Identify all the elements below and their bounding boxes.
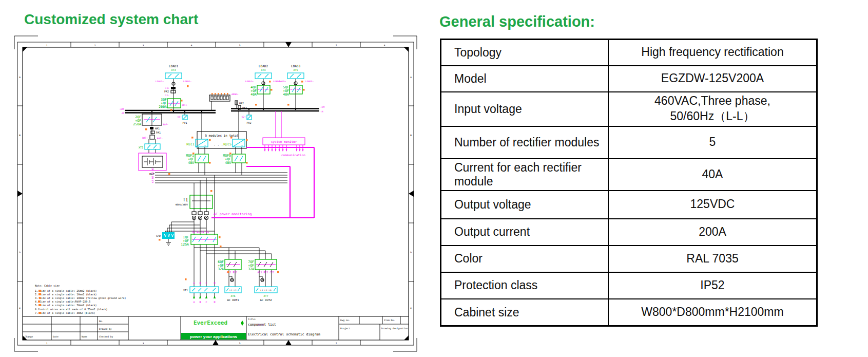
load2-branch: LOAD2 XT4 LOAD2+ LOAD2- 4QF +QF 40A xyxy=(245,64,282,108)
communication-label: communication xyxy=(281,153,305,157)
zone-num: 5 xyxy=(239,44,241,47)
spec-label: Cabinet size xyxy=(441,299,609,326)
xt1-output: A B C N XT1 A B C N xyxy=(183,281,219,304)
table-row: Output current 200A xyxy=(441,219,817,246)
ac-out1-label: AC OUT1 xyxy=(227,298,239,302)
system-monitor-label: system monitor xyxy=(271,140,297,144)
tb-title-label: title: xyxy=(248,318,256,321)
breaker-label: 32A xyxy=(218,267,224,271)
monitor-arrows xyxy=(264,145,304,152)
load1-meter-label: PA2 xyxy=(164,90,169,93)
apwd-block: APWD+ HA2 PA3 xyxy=(209,93,247,110)
note-line: 2. Size of a single cable: 10mm2 (black) xyxy=(35,293,97,296)
zone-num: 6 xyxy=(287,44,289,47)
note-line: 5. Size of a single cable: 70mm2 (black) xyxy=(35,304,97,307)
zone-num: 7 xyxy=(336,342,337,345)
zone-num: 1 xyxy=(46,342,48,345)
pa1-label: PA1 xyxy=(156,131,161,134)
zone-letter: A xyxy=(410,76,412,79)
phase-label: A xyxy=(193,281,195,285)
brand-logo-text: EverExceed xyxy=(194,320,227,326)
load3-label: LOAD3 xyxy=(291,64,300,68)
tb-project-label: Project xyxy=(340,327,350,330)
zone-num: 7 xyxy=(336,44,337,47)
left-panel-title: Customized system chart xyxy=(24,11,198,28)
load1-ineg-label: I1- xyxy=(165,94,169,97)
load2-terminal-label: XT4 xyxy=(261,68,265,71)
spec-value: 460VAC,Three phase, 50/60Hz（L-L） xyxy=(608,92,817,126)
spec-label: Number of rectifier modules xyxy=(441,126,609,159)
xt2-label: XT2 xyxy=(139,146,143,149)
breaker-label: 40A xyxy=(188,161,194,165)
out1-branch: 6QF +QF 32A A11 B11 L1 L2 XT6 AC OUT1 xyxy=(218,259,241,302)
tb-date-label: Date xyxy=(53,335,59,338)
brand-leaf-icon xyxy=(241,321,244,326)
breaker-pos-label: 3QF+ xyxy=(182,104,187,106)
zone-num: 3 xyxy=(143,44,144,47)
zone-letter: E xyxy=(410,307,412,310)
spec-value: RAL 7035 xyxy=(608,246,817,272)
zone-letter: D xyxy=(19,251,21,254)
modules-total-label: 5 modules in total xyxy=(205,134,238,137)
load1-label: LOAD1 xyxy=(169,64,178,68)
phase-label: A xyxy=(193,300,195,304)
phase-label: B xyxy=(199,300,201,304)
dc-symbol: = xyxy=(241,144,243,147)
tb-checked-label: Checked by xyxy=(99,335,113,338)
load2-label: LOAD2 xyxy=(259,64,268,68)
spec-label: Color xyxy=(441,246,609,272)
zone-num: 3 xyxy=(143,342,144,345)
breaker-label: 40A xyxy=(283,92,289,97)
right-panel-title: General specification: xyxy=(439,13,595,30)
breaker-label: 40A xyxy=(225,161,231,165)
spec-value: IP52 xyxy=(608,272,817,299)
load3-pos-label: LOAD3+ xyxy=(278,80,286,83)
load1-branch: LOAD1 XT3 LOAD1+ LOAD1- I1+ PA2 I1- 3QF … xyxy=(156,64,192,110)
spec-label: Topology xyxy=(441,40,609,66)
zone-num: 4 xyxy=(191,44,192,47)
tb-designation-label: Drawing designation xyxy=(381,327,408,330)
tb-drawed-label: Drawed by xyxy=(99,328,112,330)
spec-label: Current for each rectifier module xyxy=(441,159,609,191)
ac-bus: A2 B2 C2 N2 xyxy=(151,167,287,183)
table-row: Number of rectifier modules 5 xyxy=(441,126,817,159)
zone-num: 8 xyxy=(384,44,385,47)
apwd-label: APWD+ xyxy=(232,93,239,96)
xt6-label: XT6 xyxy=(230,294,235,297)
bus-pos-label: +HM xyxy=(120,108,124,110)
table-row: Input voltage 460VAC,Three phase, 50/60H… xyxy=(441,92,817,126)
spec-label: Input voltage xyxy=(441,92,609,126)
zone-letter: C xyxy=(410,193,412,195)
phase-label: C xyxy=(205,300,207,304)
main-breaker-1qf: A1 B1 C1 N1 1QF +QF 125A xyxy=(181,230,218,287)
spec-label: Model xyxy=(441,66,609,92)
spec-label: Output voltage xyxy=(441,191,609,219)
load3-terminal-label: XT5 xyxy=(293,68,298,71)
zone-letter: C xyxy=(19,193,21,195)
load1-pos-label: LOAD1+ xyxy=(156,80,164,83)
breaker-label: 125A xyxy=(181,242,189,247)
phase-label: B xyxy=(199,281,201,285)
system-monitor: system monitor communication xyxy=(263,111,305,157)
battery-branch: 2QF +QF 250A 3QF- HA1 PA1 BAT+ BAT- XT2 … xyxy=(133,113,168,176)
phase-label: N xyxy=(214,281,215,285)
xt6-terminals-label: L1 L2 xyxy=(229,289,237,292)
phase-label: N xyxy=(214,300,215,304)
u1-label: U1+ xyxy=(178,116,182,118)
tb-doc2: Electrical control schematic diagram xyxy=(248,332,320,336)
tb-name-label: Name xyxy=(82,335,87,338)
note-line: 7. Size of a single cable: 4mm2 (black) xyxy=(35,311,95,315)
zone-num: 2 xyxy=(94,44,96,47)
bus-neg-label: -M xyxy=(121,112,124,115)
table-row: Protection class IP52 xyxy=(441,272,817,299)
spec-value: 5 xyxy=(608,126,817,159)
out2-branch: 7QF +QF 32A A21 B21 C21 L1 L2 L3 XT7 AC … xyxy=(248,259,277,302)
xt7-terminals-label: L1 L2 L3 xyxy=(260,289,272,292)
brand-slogan: power your applications xyxy=(190,334,238,339)
ac-out2-label: AC OUT2 xyxy=(260,298,272,302)
spec-label: Protection class xyxy=(441,272,609,299)
note-line: 6.Control wires are all made of 0.75mm2 … xyxy=(35,308,107,311)
breaker-label: 200A xyxy=(159,105,167,109)
load3-neg-label: LOAD3- xyxy=(305,80,314,83)
zone-letter: E xyxy=(19,307,21,310)
